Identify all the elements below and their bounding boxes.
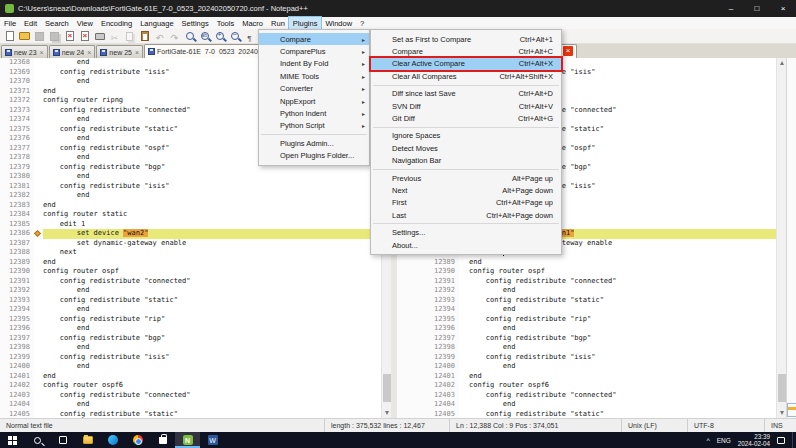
code-text[interactable]: end xyxy=(469,258,776,268)
compare-menu-item-about[interactable]: About... xyxy=(371,239,561,251)
scrollbar-thumb[interactable] xyxy=(778,374,786,402)
code-text[interactable]: set device "wan2" xyxy=(43,229,381,239)
code-text[interactable]: end xyxy=(469,324,776,334)
taskbar-search-icon[interactable] xyxy=(25,432,50,448)
close-tab-icon[interactable]: × xyxy=(135,49,139,56)
plugins-menu-item-indent-by-fold[interactable]: Indent By Fold▸ xyxy=(259,58,369,70)
code-text[interactable]: config redistribute "connected" xyxy=(469,277,776,287)
compare-menu-item-set-as-first-to-compare[interactable]: Set as First to CompareCtrl+Alt+1 xyxy=(371,33,561,45)
code-text[interactable]: end xyxy=(469,372,776,382)
code-text[interactable]: config redistribute "isis" xyxy=(43,182,381,192)
scroll-down-icon[interactable] xyxy=(385,411,389,415)
taskbar-task-view-icon[interactable] xyxy=(50,432,75,448)
toolbar-copy-button[interactable] xyxy=(123,30,136,43)
menu-settings[interactable]: Settings xyxy=(178,17,213,29)
toolbar-close-button[interactable] xyxy=(63,30,76,43)
code-text[interactable]: end xyxy=(43,258,381,268)
code-text[interactable]: end xyxy=(43,201,381,211)
close-button[interactable]: × xyxy=(770,0,796,17)
menu-run[interactable]: Run xyxy=(267,17,289,29)
toolbar-close-all-button[interactable] xyxy=(78,30,91,43)
code-text[interactable]: end xyxy=(469,343,776,353)
code-text[interactable]: config redistribute "bgp" xyxy=(469,334,776,344)
code-text[interactable]: config router ospf xyxy=(43,267,381,277)
code-text[interactable]: end xyxy=(469,286,776,296)
code-text[interactable]: config redistribute "isis" xyxy=(469,353,776,363)
toolbar-zoom-in-button[interactable] xyxy=(213,30,226,43)
close-tab-icon[interactable]: × xyxy=(87,49,91,56)
plugins-menu-item-python-script[interactable]: Python Script▸ xyxy=(259,120,369,132)
toolbar-save-all-button[interactable] xyxy=(48,30,61,43)
code-text[interactable]: config redistribute "static" xyxy=(469,296,776,306)
compare-menu-item-clear-active-compare[interactable]: Clear Active CompareCtrl+Alt+X xyxy=(371,58,561,70)
scrollbar-thumb[interactable] xyxy=(383,374,391,402)
code-text[interactable]: config redistribute "static" xyxy=(43,410,381,419)
status-cursor-position[interactable]: Ln : 12,388 Col : 9 Pos : 374,051 xyxy=(450,419,622,432)
toolbar-save-button[interactable] xyxy=(33,30,46,43)
code-text[interactable]: end xyxy=(43,343,381,353)
compare-menu-item-first[interactable]: FirstCtrl+Alt+Page up xyxy=(371,197,561,209)
compare-menu-item-compare[interactable]: CompareCtrl+Alt+C xyxy=(371,45,561,57)
plugins-menu-item-compareplus[interactable]: ComparePlus▸ xyxy=(259,45,369,57)
taskbar-edge-icon[interactable] xyxy=(100,432,125,448)
taskbar-chrome-icon[interactable] xyxy=(125,432,150,448)
right-vertical-scrollbar[interactable] xyxy=(776,58,786,418)
taskbar-word-icon[interactable] xyxy=(200,432,225,448)
code-text[interactable]: config redistribute "connected" xyxy=(469,391,776,401)
status-eol-format[interactable]: Unix (LF) xyxy=(622,419,688,432)
code-text[interactable]: config redistribute "connected" xyxy=(43,277,381,287)
tab-new-25[interactable]: new 25× xyxy=(96,45,143,58)
code-text[interactable]: next xyxy=(43,248,381,258)
compare-menu-item-previous[interactable]: PreviousAlt+Page up xyxy=(371,172,561,184)
tray-clock[interactable]: 23:39 2024-02-04 xyxy=(738,433,770,447)
maximize-button[interactable]: □ xyxy=(744,0,770,17)
compare-menu-item-last[interactable]: LastCtrl+Alt+Page down xyxy=(371,209,561,221)
toolbar-zoom-out-button[interactable] xyxy=(228,30,241,43)
taskbar-store-icon[interactable] xyxy=(150,432,175,448)
toolbar-print-button[interactable] xyxy=(93,30,106,43)
plugins-menu-item-open-plugins-folder[interactable]: Open Plugins Folder... xyxy=(259,150,369,162)
menu-window[interactable]: Window xyxy=(321,17,356,29)
code-text[interactable]: config redistribute "static" xyxy=(469,410,776,419)
code-text[interactable]: config router ospf6 xyxy=(43,381,381,391)
status-encoding[interactable]: UTF-8 xyxy=(688,419,765,432)
code-text[interactable]: edit 1 xyxy=(43,220,381,230)
tab-new-23[interactable]: new 23× xyxy=(1,45,48,58)
menu-file[interactable]: File xyxy=(0,17,20,29)
code-text[interactable]: end xyxy=(43,191,381,201)
scroll-up-icon[interactable] xyxy=(780,61,784,65)
plugins-menu-item-converter[interactable]: Converter▸ xyxy=(259,83,369,95)
close-compared-tab-icon[interactable]: × xyxy=(563,46,573,56)
code-text[interactable]: config redistribute "bgp" xyxy=(43,334,381,344)
toolbar-new-file-button[interactable] xyxy=(3,30,16,43)
plugins-menu-item-plugins-admin[interactable]: Plugins Admin... xyxy=(259,137,369,149)
menu-plugins[interactable]: Plugins xyxy=(289,17,322,29)
code-text[interactable]: end xyxy=(43,400,381,410)
code-text[interactable]: end xyxy=(469,362,776,372)
compare-menu-item-clear-all-compares[interactable]: Clear All ComparesCtrl+Alt+Shift+X xyxy=(371,70,561,82)
code-text[interactable]: config router static xyxy=(43,210,381,220)
menu-tools[interactable]: Tools xyxy=(213,17,239,29)
toolbar-replace-button[interactable] xyxy=(198,30,211,43)
code-text[interactable]: end xyxy=(43,305,381,315)
menu-help[interactable]: ? xyxy=(356,17,368,29)
code-text[interactable]: config router ospf xyxy=(469,267,776,277)
code-text[interactable]: end xyxy=(43,362,381,372)
toolbar-cut-button[interactable] xyxy=(108,30,121,43)
code-text[interactable]: end xyxy=(469,400,776,410)
code-text[interactable]: config redistribute "isis" xyxy=(43,353,381,363)
menu-view[interactable]: View xyxy=(73,17,97,29)
code-text[interactable]: set dynamic-gateway enable xyxy=(43,239,381,249)
compare-menu-item-navigation-bar[interactable]: Navigation Bar xyxy=(371,155,561,167)
compare-menu-item-detect-moves[interactable]: Detect Moves xyxy=(371,142,561,154)
close-tab-icon[interactable]: × xyxy=(40,49,44,56)
compare-menu-item-next[interactable]: NextAlt+Page down xyxy=(371,184,561,196)
code-text[interactable]: config redistribute "connected" xyxy=(43,391,381,401)
code-text[interactable]: config redistribute "rip" xyxy=(43,315,381,325)
minimize-button[interactable]: – xyxy=(718,0,744,17)
compare-menu-item-svn-diff[interactable]: SVN DiffCtrl+Alt+V xyxy=(371,100,561,112)
hidden-icons-arrow[interactable]: ^ xyxy=(706,437,709,444)
taskbar-start-icon[interactable] xyxy=(0,432,25,448)
menu-macro[interactable]: Macro xyxy=(238,17,267,29)
toolbar-redo-button[interactable] xyxy=(168,30,181,43)
